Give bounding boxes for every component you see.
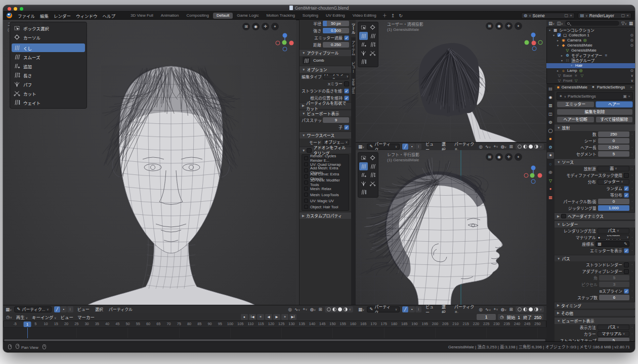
grid-toggle-icon[interactable]: ⊞: [486, 153, 493, 161]
transport-button-3[interactable]: ◀: [265, 314, 272, 320]
falloff-icon[interactable]: ∿∨: [485, 144, 491, 149]
display-mode-icon[interactable]: ▤∨: [548, 21, 555, 26]
transport-button-5[interactable]: »: [281, 314, 288, 320]
transport-button-1[interactable]: I◀: [249, 314, 256, 320]
proportional-edit-icon[interactable]: ◎: [288, 307, 291, 312]
select-mode-1[interactable]: •: [61, 306, 67, 312]
prop-value-シード[interactable]: 0: [598, 138, 629, 144]
viewport-front[interactable]: ユーザー・平行投影 (1) Genesis8Male ⊞ ◉ ✛ ⌖ ボックス選…: [3, 20, 356, 313]
prop-select-表示方法[interactable]: パス∨: [598, 325, 629, 330]
shading-rendered-icon[interactable]: [344, 307, 348, 311]
gizmo-dropdown-icon[interactable]: ⌖∨: [303, 306, 307, 312]
breadcrumb-object[interactable]: Genesis8Male: [562, 85, 587, 89]
add-workspace-button[interactable]: ＋: [381, 12, 389, 19]
macos-titlebar[interactable]: Gen8MHair-choutenG.blend: [3, 5, 635, 12]
app-menu-0[interactable]: ファイル: [15, 13, 37, 19]
gizmo-dropdown-icon[interactable]: ⌖∨: [493, 306, 498, 312]
shading-wireframe-icon[interactable]: [518, 145, 522, 149]
viewport-menu-0[interactable]: ビュー: [76, 306, 91, 312]
properties-tab-render[interactable]: ◉: [547, 94, 554, 101]
panel-header-ビューポート表示[interactable]: ▼ビューポート表示: [555, 317, 635, 324]
sidebar-tab-Hair Tool[interactable]: Hair Tool: [351, 76, 356, 97]
properties-tab-texture[interactable]: ▩: [547, 194, 554, 201]
workspace-tab-compositing[interactable]: Compositing: [183, 13, 212, 19]
prop-checkbox-エミッターを表示[interactable]: ✓: [624, 248, 629, 253]
new-collection-icon[interactable]: ▦: [629, 21, 633, 26]
properties-tab-physics[interactable]: ◌: [547, 161, 554, 167]
transport-button-2[interactable]: «: [257, 314, 264, 320]
overlays-dropdown-icon[interactable]: ◍∨: [501, 144, 507, 149]
zoom-icon[interactable]: ⌖: [515, 22, 522, 30]
mode-selector[interactable]: ✎パーティク...∨: [367, 144, 400, 150]
select-mode-2[interactable]: ⁝: [67, 306, 73, 312]
outliner-row-Base[interactable]: ▽Base⌗▽∨: [546, 73, 635, 78]
shading-rendered-icon[interactable]: [534, 307, 538, 311]
tool-cut[interactable]: [368, 179, 377, 188]
viewport-menu-2[interactable]: パーティクル: [453, 304, 477, 313]
render-layer-selector[interactable]: ▤∨ RenderLayer ▢ ×: [578, 13, 631, 19]
axis-navigation-gizmo[interactable]: [274, 31, 296, 53]
prop-value-ピクセル[interactable]: 3: [599, 282, 629, 287]
editor-type-icon[interactable]: ▦∨: [6, 307, 12, 312]
viewport-menu-1[interactable]: 選択: [440, 304, 450, 313]
outliner-row-シーンコレクション[interactable]: ▾▦シーンコレクション: [546, 27, 635, 32]
select-モード[interactable]: オブジェ...∨: [323, 140, 349, 145]
prop-value-角[interactable]: 5: [599, 275, 629, 281]
viewport-menu-0[interactable]: ビュー: [424, 304, 438, 313]
checkbox-Xミラー[interactable]: [344, 81, 349, 86]
tool-cut[interactable]: [368, 49, 377, 57]
prop-checkbox-モディファイアースタック使用[interactable]: [624, 173, 629, 178]
panel-header-パーティクルを形状でカット[interactable]: ▶パーティクルを形状でカット: [300, 102, 351, 109]
timeline-menu-2[interactable]: ビュー: [59, 314, 75, 320]
app-menu-1[interactable]: 編集: [37, 13, 51, 19]
shading-material-preview-icon[interactable]: [523, 307, 527, 311]
value-距離[interactable]: 0.250: [323, 42, 349, 48]
prop-select-カラー[interactable]: マテリアル∨: [598, 331, 629, 337]
select-mode-2[interactable]: ⁝: [415, 144, 421, 150]
addon-item[interactable]: Object: Hair Tool: [302, 204, 349, 210]
hair-button[interactable]: ヘアー: [596, 101, 633, 108]
timeline-ruler[interactable]: -551015202530354045505560657075808590951…: [3, 321, 546, 328]
select-mode-0[interactable]: ╱: [402, 144, 408, 150]
grid-toggle-icon[interactable]: ⊞: [486, 22, 493, 30]
shading-solid-icon[interactable]: [529, 145, 533, 149]
tool-smooth[interactable]: [368, 32, 377, 40]
viewport-perspective[interactable]: ユーザー・透視投影 (1) Genesis8Male ⊞ ◉ ✛ ⌖ ▦∨✎パー…: [356, 20, 546, 150]
tool-weight[interactable]: ウェイト: [12, 98, 85, 107]
frame-range-fields[interactable]: ◷ 開始 1 終了 250: [498, 314, 543, 320]
viewport-menu-0[interactable]: ビュー: [424, 141, 438, 151]
outliner-row-頂点グループ[interactable]: ▾∷頂点グループ: [546, 58, 635, 63]
tool-cursor[interactable]: カーソル: [12, 33, 85, 41]
properties-tab-output[interactable]: ▥: [547, 102, 554, 109]
tool-length[interactable]: [368, 171, 377, 179]
panel-header-ヘアーダイナミクス[interactable]: ▶ヘアーダイナミクス: [555, 212, 635, 219]
editor-type-icon[interactable]: ◷∨: [6, 314, 12, 320]
properties-tab-view-layer[interactable]: ◫: [547, 111, 554, 117]
prop-select-分布[interactable]: ジッター∨: [598, 179, 629, 185]
outliner-row-Collection 1[interactable]: ▾✓▢Collection 1⊙: [546, 32, 635, 37]
prop-value-パーティクル数/面[interactable]: 0: [598, 199, 629, 204]
xray-toggle-icon[interactable]: ⊞: [318, 307, 322, 312]
mode-selector[interactable]: ✎パーティク...∨: [367, 306, 400, 312]
checkbox-ストランドの長さを維持[interactable]: ✓: [344, 88, 349, 94]
checkbox-根元の位置を維持[interactable]: ✓: [344, 96, 349, 101]
shading-solid-icon[interactable]: [529, 307, 533, 311]
zoom-icon[interactable]: ⌖: [271, 23, 279, 30]
select-mode-1[interactable]: •: [409, 306, 415, 312]
pan-hand-icon[interactable]: ✛: [262, 23, 269, 30]
new-scene-icon[interactable]: ▢: [565, 13, 569, 18]
new-layer-icon[interactable]: ▢: [621, 13, 625, 18]
properties-tab-scene[interactable]: ◍: [547, 119, 554, 125]
outliner-row-Genesis8Male[interactable]: ▾◆Genesis8Male⊙: [546, 42, 635, 48]
timeline-menu-3[interactable]: マーカー: [76, 314, 96, 320]
transport-button-6[interactable]: ▶I: [289, 314, 296, 320]
prop-value-セグメント[interactable]: 5: [598, 151, 629, 157]
visibility-eye-icon[interactable]: ⊙: [630, 43, 633, 48]
tool-box-select[interactable]: ボックス選択: [12, 24, 85, 32]
emitter-button[interactable]: エミッター: [557, 101, 594, 108]
workspace-tab-default[interactable]: Default: [213, 13, 233, 19]
tool-comb[interactable]: くし: [12, 43, 85, 52]
shading-material-preview-icon[interactable]: [332, 307, 336, 311]
camera-view-icon[interactable]: ◉: [252, 23, 260, 30]
prop-value-数[interactable]: 250: [598, 131, 629, 137]
